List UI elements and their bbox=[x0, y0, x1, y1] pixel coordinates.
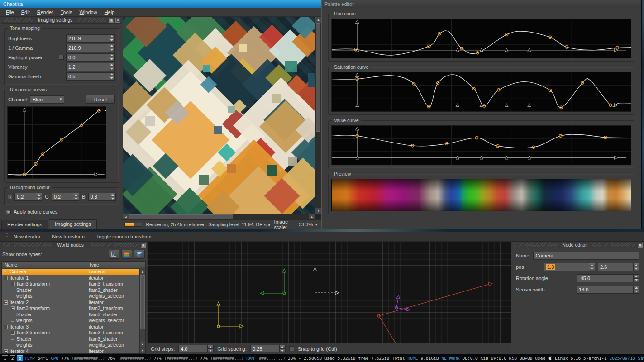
dock-drag-handle[interactable] bbox=[88, 243, 138, 247]
scroll-thumb[interactable] bbox=[140, 275, 145, 329]
tree-expander-icon[interactable] bbox=[4, 300, 8, 305]
grid-steps-label: Grid steps: bbox=[151, 346, 175, 352]
scroll-thumb[interactable] bbox=[316, 23, 320, 132]
workspace-button-5[interactable]: 5 bbox=[17, 355, 23, 361]
tree-row-shader[interactable]: Shaderflam3_shader bbox=[2, 287, 139, 294]
menu-edit[interactable]: Edit bbox=[18, 10, 33, 15]
channel-combobox[interactable]: Blue ▼ bbox=[30, 95, 64, 104]
snap-to-grid-checkbox[interactable] bbox=[289, 346, 294, 351]
menu-window[interactable]: Window bbox=[76, 10, 101, 15]
vibrancy-spinbox[interactable]: 1.2 bbox=[66, 63, 115, 71]
node-editor-titlebar[interactable]: Node editor ▣ bbox=[511, 242, 644, 248]
tab-render-settings[interactable]: Render settings bbox=[1, 220, 48, 229]
dock-drag-handle[interactable] bbox=[3, 243, 52, 247]
background-b-spinbox[interactable]: 0.3 bbox=[88, 193, 116, 201]
toolbar-drag-handle[interactable] bbox=[6, 233, 8, 240]
image-scale-combobox[interactable]: Image scale: 33.3% ▼ bbox=[274, 219, 318, 230]
scroll-up-icon[interactable]: ▲ bbox=[140, 341, 145, 347]
dock-drag-handle[interactable] bbox=[592, 243, 635, 247]
tree-row-iterator-3[interactable]: Iterator 3iterator bbox=[2, 324, 139, 330]
tree-expander-icon[interactable] bbox=[11, 331, 15, 335]
table-header[interactable]: Name Type bbox=[2, 262, 145, 269]
vertical-scrollbar[interactable]: ▲ ▼ bbox=[315, 17, 321, 214]
float-dock-icon[interactable]: ▣ bbox=[141, 243, 146, 248]
tab-imaging-settings[interactable]: Imaging settings bbox=[49, 219, 97, 229]
value-curve-plot[interactable] bbox=[331, 125, 631, 165]
dock-drag-handle[interactable] bbox=[77, 18, 106, 22]
tree-row-iterator-1[interactable]: Iterator 1iterator bbox=[2, 275, 139, 281]
group-label: Response curves bbox=[8, 87, 48, 92]
float-dock-icon[interactable]: ▣ bbox=[638, 243, 643, 248]
table-scrollbar[interactable]: ▲ ▲ ▼ bbox=[139, 269, 145, 353]
toolbar-new-transform[interactable]: New transform bbox=[52, 234, 85, 239]
brightness-spinbox[interactable]: 210.9 bbox=[66, 34, 115, 43]
palette-titlebar[interactable]: Palette editor bbox=[322, 0, 641, 8]
rotation-angle-spinbox[interactable]: -45.0 bbox=[577, 274, 639, 282]
scroll-up-icon[interactable]: ▲ bbox=[315, 17, 321, 23]
float-dock-icon[interactable]: ▣ bbox=[109, 18, 114, 23]
scroll-thumb[interactable] bbox=[129, 214, 233, 219]
tree-expander-icon[interactable]: − bbox=[4, 269, 8, 275]
tree-expander-icon[interactable] bbox=[4, 349, 8, 353]
tree-expander-icon[interactable] bbox=[4, 325, 8, 329]
grid-steps-spinbox[interactable]: 4.0 bbox=[178, 345, 214, 352]
tree-row-iterator-2[interactable]: Iterator 2iterator bbox=[2, 300, 139, 306]
menu-tools[interactable]: Tools bbox=[57, 10, 76, 15]
background-r-spinbox[interactable]: 0.2 bbox=[14, 193, 42, 201]
grid-spacing-spinbox[interactable]: 0.25 bbox=[250, 345, 286, 352]
pos-y-spinbox[interactable]: 2.6 bbox=[598, 263, 639, 271]
tree-row-weights[interactable]: weightsweights_selector bbox=[2, 293, 139, 300]
hue-curve-group: Hue curve bbox=[328, 14, 634, 62]
scroll-down-icon[interactable]: ▼ bbox=[140, 348, 145, 353]
response-curve-plot[interactable] bbox=[7, 106, 106, 179]
world-nodes-titlebar[interactable]: World nodes ▣ bbox=[0, 242, 147, 248]
highlight-power-checkbox[interactable] bbox=[59, 55, 64, 60]
scroll-up-icon[interactable]: ▲ bbox=[140, 269, 145, 275]
scroll-down-icon[interactable]: ▼ bbox=[315, 208, 321, 214]
chaotica-titlebar[interactable]: Chaotica bbox=[0, 0, 321, 8]
tree-row-flam3-transform[interactable]: flam3 transformflam3_transform bbox=[2, 305, 139, 312]
spin-down-icon bbox=[280, 348, 285, 352]
tree-expander-icon[interactable] bbox=[11, 306, 15, 310]
node-name-input[interactable]: Camera bbox=[533, 252, 639, 260]
reset-button[interactable]: Reset bbox=[86, 95, 115, 104]
transforms-icon[interactable] bbox=[109, 250, 119, 259]
gamma-thresh-spinbox[interactable]: 0.5 bbox=[66, 72, 115, 81]
background-g-spinbox[interactable]: 0.2 bbox=[52, 193, 79, 201]
sensor-width-spinbox[interactable]: 13.0 bbox=[577, 286, 639, 294]
render-progress-bar bbox=[124, 223, 142, 227]
menu-file[interactable]: File bbox=[2, 10, 18, 15]
dock-drag-handle[interactable] bbox=[514, 243, 558, 247]
saturation-curve-plot[interactable] bbox=[331, 72, 631, 112]
node-graph-canvas[interactable]: Grid steps: 4.0 Grid spacing: 0.25 Snap … bbox=[147, 242, 511, 354]
tree-row-weights[interactable]: weightsweights_selector bbox=[2, 342, 139, 348]
column-type[interactable]: Type bbox=[86, 262, 102, 268]
workspace-button-2[interactable]: 2 bbox=[10, 355, 16, 361]
fractal-render-image[interactable] bbox=[123, 17, 315, 214]
pos-x-spinbox[interactable]: 1.3 bbox=[544, 263, 595, 271]
palette-icon[interactable] bbox=[121, 250, 132, 259]
tree-expander-icon[interactable] bbox=[4, 276, 8, 280]
workspace-button-1[interactable]: 1 bbox=[2, 355, 8, 361]
tree-row-flam3-transform[interactable]: flam3 transformflam3_transform bbox=[2, 330, 139, 336]
imaging-dock-titlebar[interactable]: Imaging settings ▣ ✕ bbox=[1, 17, 122, 24]
tree-row-camera[interactable]: −Cameracamera bbox=[2, 269, 139, 275]
close-dock-icon[interactable]: ✕ bbox=[115, 18, 120, 23]
tree-expander-icon[interactable] bbox=[11, 282, 15, 286]
toolbar-toggle-camera-transform[interactable]: Toggle camera transform bbox=[96, 234, 152, 239]
hue-curve-plot[interactable] bbox=[331, 19, 631, 58]
tree-row-flam3-transform[interactable]: flam3 transformflam3_transform bbox=[2, 281, 139, 287]
menu-help[interactable]: Help bbox=[101, 10, 119, 15]
world-icon[interactable] bbox=[134, 250, 145, 259]
column-name[interactable]: Name bbox=[2, 262, 86, 268]
apply-before-curves-checkbox[interactable]: ✕ bbox=[6, 210, 11, 214]
tree-row-shader[interactable]: Shaderflam3_shader bbox=[2, 336, 139, 343]
tree-row-iterator-4[interactable]: Iterator 4iterator bbox=[2, 348, 139, 354]
tree-row-weights[interactable]: weightsweights_selector bbox=[2, 318, 139, 324]
dock-drag-handle[interactable] bbox=[4, 18, 33, 22]
highlight-power-spinbox[interactable]: 0.0 bbox=[66, 53, 115, 62]
menu-render[interactable]: Render bbox=[33, 10, 57, 15]
gamma-spinbox[interactable]: 210.9 bbox=[66, 44, 115, 52]
toolbar-new-iterator[interactable]: New iterator bbox=[14, 234, 40, 239]
tree-row-shader[interactable]: Shaderflam3_shader bbox=[2, 312, 139, 318]
